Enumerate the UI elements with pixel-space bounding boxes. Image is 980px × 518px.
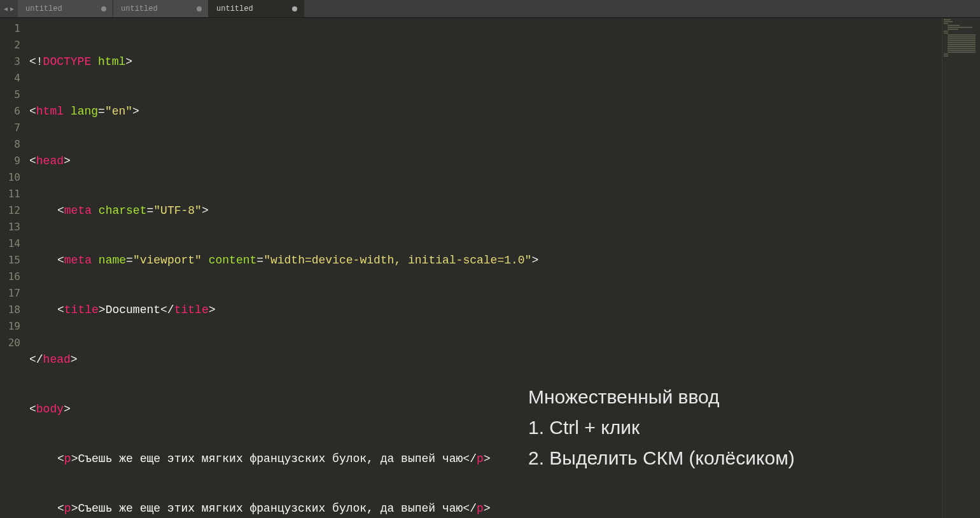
gutter: 1 2 3 4 5 6 7 8 9 10 11 12 13 14 15 16 1… — [0, 18, 29, 518]
line-number: 7 — [0, 120, 29, 136]
line-number: 3 — [0, 53, 29, 70]
overlay-line-1: 1. Ctrl + клик — [528, 412, 795, 443]
line-number: 1 — [0, 20, 29, 37]
code-editor[interactable]: <!DOCTYPE html> <html lang="en"> <head> … — [29, 18, 942, 518]
code-line: <html lang="en"> — [29, 103, 942, 120]
line-number: 13 — [0, 219, 29, 235]
line-number: 8 — [0, 136, 29, 153]
code-line: <p>Съешь же еще этих мягких французских … — [29, 500, 942, 517]
tab-nav: ◀ ▶ — [0, 5, 18, 13]
tab-untitled-3[interactable]: untitled — [209, 0, 304, 17]
line-number: 5 — [0, 87, 29, 103]
tab-label: untitled — [25, 4, 62, 13]
code-line: <title>Document</title> — [29, 302, 942, 318]
tab-label: untitled — [121, 4, 158, 13]
tab-next-icon[interactable]: ▶ — [9, 5, 15, 13]
line-number: 12 — [0, 202, 29, 219]
dirty-indicator-icon — [197, 6, 202, 11]
code-line: <p>Съешь же еще этих мягких французских … — [29, 451, 942, 467]
code-line: <body> — [29, 401, 942, 417]
line-number: 4 — [0, 70, 29, 87]
code-line: <meta name="viewport" content="width=dev… — [29, 252, 942, 269]
line-number: 9 — [0, 153, 29, 169]
line-number: 17 — [0, 285, 29, 302]
overlay-line-2: 2. Выделить СКМ (колёсиком) — [528, 443, 795, 473]
editor-area: 1 2 3 4 5 6 7 8 9 10 11 12 13 14 15 16 1… — [0, 18, 980, 518]
code-line: <meta charset="UTF-8"> — [29, 202, 942, 219]
line-number: 10 — [0, 169, 29, 186]
line-number: 14 — [0, 235, 29, 252]
line-number: 20 — [0, 335, 29, 351]
overlay-title: Множественный ввод — [528, 382, 795, 412]
tab-label: untitled — [216, 4, 253, 13]
dirty-indicator-icon — [101, 6, 106, 11]
line-number: 11 — [0, 186, 29, 202]
line-number: 19 — [0, 318, 29, 335]
dirty-indicator-icon — [292, 6, 297, 11]
line-number: 15 — [0, 252, 29, 269]
minimap[interactable] — [942, 18, 980, 518]
tab-untitled-2[interactable]: untitled — [113, 0, 209, 17]
line-number: 18 — [0, 302, 29, 318]
tab-untitled-1[interactable]: untitled — [18, 0, 113, 17]
line-number: 16 — [0, 269, 29, 285]
annotation-overlay: Множественный ввод 1. Ctrl + клик 2. Выд… — [528, 382, 795, 473]
tab-prev-icon[interactable]: ◀ — [3, 5, 9, 13]
code-line: </head> — [29, 351, 942, 368]
line-number: 2 — [0, 37, 29, 53]
tab-bar: ◀ ▶ untitled untitled untitled — [0, 0, 980, 18]
code-line: <head> — [29, 153, 942, 169]
code-line: <!DOCTYPE html> — [29, 53, 942, 70]
line-number: 6 — [0, 103, 29, 120]
minimap-content — [944, 19, 979, 57]
